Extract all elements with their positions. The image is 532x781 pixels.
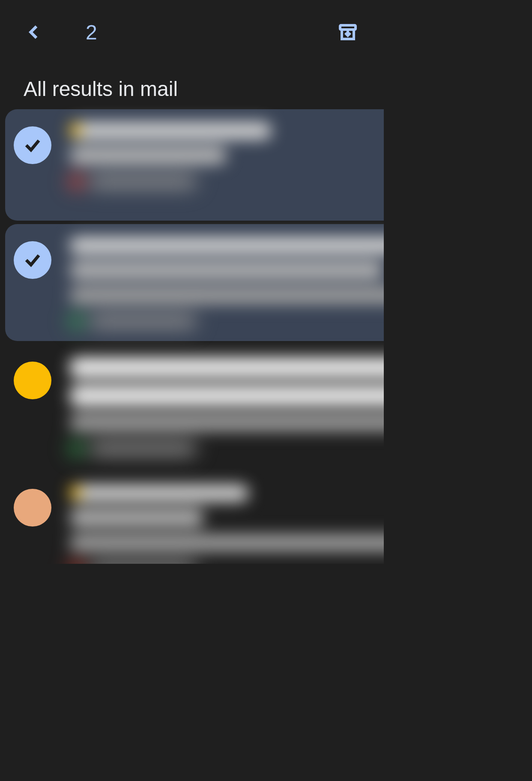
avatar-area[interactable] [14, 237, 61, 328]
mail-content-blurred [61, 357, 384, 455]
selection-count: 2 [86, 21, 97, 44]
mail-list [0, 109, 384, 564]
mail-item[interactable] [5, 344, 384, 468]
header-actions [335, 19, 384, 45]
check-icon [23, 251, 42, 269]
sender-avatar [14, 489, 51, 527]
avatar-area[interactable] [14, 122, 61, 208]
avatar-area[interactable] [14, 485, 61, 564]
selected-indicator [14, 126, 51, 164]
mail-item[interactable] [5, 472, 384, 564]
sender-avatar [14, 362, 51, 399]
mail-content-blurred [61, 237, 384, 328]
section-title: All results in mail [0, 64, 384, 109]
mail-content-blurred [61, 485, 384, 564]
archive-button[interactable] [335, 19, 361, 45]
selected-indicator [14, 241, 51, 279]
check-icon [23, 136, 42, 155]
svg-rect-0 [340, 25, 356, 30]
mail-item[interactable] [5, 224, 384, 341]
selection-header: 2 [0, 0, 384, 64]
archive-icon [338, 22, 358, 42]
mail-content-blurred [61, 122, 384, 208]
chevron-left-icon [26, 24, 43, 41]
mail-item[interactable] [5, 109, 384, 221]
back-button[interactable] [17, 15, 51, 49]
avatar-area[interactable] [14, 357, 61, 455]
